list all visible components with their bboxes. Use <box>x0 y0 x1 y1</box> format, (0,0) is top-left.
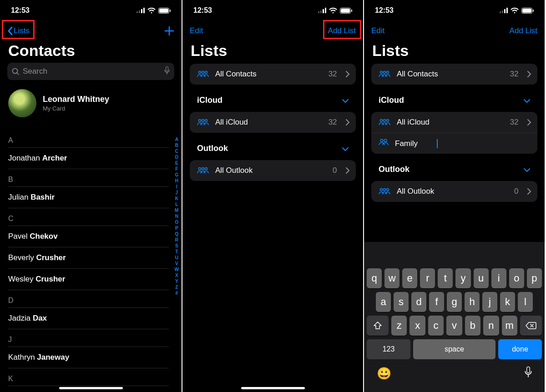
index-letter[interactable]: D <box>175 154 179 160</box>
index-letter[interactable]: R <box>175 237 179 243</box>
list-row[interactable]: All iCloud 32 <box>371 112 537 133</box>
key-k[interactable]: k <box>500 292 515 312</box>
contact-row[interactable]: Jonathan Archer <box>8 148 169 169</box>
svg-point-34 <box>387 71 389 74</box>
key-v[interactable]: v <box>446 316 462 336</box>
my-card[interactable]: Leonard Whitney My Card <box>8 89 174 117</box>
index-letter[interactable]: Q <box>175 231 179 237</box>
key-g[interactable]: g <box>447 292 462 312</box>
key-o[interactable]: o <box>509 268 524 288</box>
dictate-button[interactable] <box>525 367 532 381</box>
key-x[interactable]: x <box>410 316 425 336</box>
dictate-button[interactable] <box>164 66 170 77</box>
index-letter[interactable]: # <box>175 290 179 296</box>
key-a[interactable]: a <box>376 292 391 312</box>
add-list-button[interactable]: Add List <box>510 26 537 35</box>
index-letter[interactable]: C <box>175 148 179 154</box>
contact-row[interactable]: Kathryn Janeway <box>8 347 169 368</box>
index-letter[interactable]: X <box>175 272 179 278</box>
emoji-button[interactable]: 😀 <box>377 367 391 381</box>
group-header[interactable]: iCloud <box>379 95 530 105</box>
index-letter[interactable]: L <box>175 201 179 207</box>
contact-row[interactable]: Julian Bashir <box>8 187 169 208</box>
index-letter[interactable]: P <box>175 225 179 231</box>
index-letter[interactable]: U <box>175 255 179 261</box>
key-y[interactable]: y <box>455 268 470 288</box>
add-contact-button[interactable] <box>164 26 174 36</box>
key-backspace[interactable] <box>520 316 542 336</box>
group-header[interactable]: Outlook <box>197 144 349 153</box>
index-letter[interactable]: G <box>175 172 179 178</box>
section-index[interactable]: ABCDEFGHIJKLMNOPQRSTUVWXYZ# <box>175 136 179 296</box>
list-row[interactable]: All Outlook 0 <box>371 181 537 202</box>
key-w[interactable]: w <box>384 268 399 288</box>
key-i[interactable]: i <box>491 268 506 288</box>
list-name-input[interactable] <box>395 139 431 148</box>
suggestion-bar[interactable] <box>364 242 545 265</box>
index-letter[interactable]: B <box>175 142 179 148</box>
key-m[interactable]: m <box>502 316 517 336</box>
list-card: All Outlook 0 <box>371 181 537 202</box>
index-letter[interactable]: W <box>175 266 179 272</box>
chevron-down-icon <box>524 165 530 174</box>
index-letter[interactable]: O <box>175 219 179 225</box>
list-row-editing[interactable] <box>371 133 537 154</box>
index-letter[interactable]: V <box>175 261 179 266</box>
home-indicator[interactable] <box>59 387 123 389</box>
group-header[interactable]: iCloud <box>197 95 349 105</box>
index-letter[interactable]: S <box>175 243 179 249</box>
key-t[interactable]: t <box>438 268 453 288</box>
key-p[interactable]: p <box>527 268 542 288</box>
key-l[interactable]: l <box>518 292 533 312</box>
search-placeholder: Search <box>23 67 47 76</box>
key-f[interactable]: f <box>429 292 444 312</box>
contact-row[interactable]: Wesley Crusher <box>8 269 169 290</box>
key-c[interactable]: c <box>428 316 444 336</box>
edit-button[interactable]: Edit <box>190 26 203 35</box>
key-b[interactable]: b <box>465 316 480 336</box>
key-space[interactable]: space <box>413 339 495 359</box>
group-header[interactable]: Outlook <box>379 165 530 174</box>
group-name: iCloud <box>197 95 222 105</box>
chevron-left-icon <box>7 26 13 35</box>
key-n[interactable]: n <box>483 316 499 336</box>
key-j[interactable]: j <box>482 292 497 312</box>
index-letter[interactable]: E <box>175 160 179 166</box>
index-letter[interactable]: J <box>175 190 179 196</box>
list-row[interactable]: All iCloud 32 <box>190 112 356 133</box>
back-button[interactable]: Lists <box>7 26 30 35</box>
index-letter[interactable]: N <box>175 213 179 219</box>
key-d[interactable]: d <box>411 292 426 312</box>
key-s[interactable]: s <box>394 292 409 312</box>
list-row-all-contacts[interactable]: All Contacts 32 <box>190 64 356 85</box>
list-row[interactable]: All Outlook 0 <box>190 160 356 181</box>
index-letter[interactable]: H <box>175 178 179 184</box>
index-letter[interactable]: T <box>175 249 179 255</box>
home-indicator[interactable] <box>241 387 305 389</box>
key-e[interactable]: e <box>402 268 417 288</box>
contact-row[interactable]: Pavel Chekov <box>8 226 169 247</box>
edit-button[interactable]: Edit <box>371 26 384 35</box>
index-letter[interactable]: F <box>175 166 179 172</box>
index-letter[interactable]: A <box>175 136 179 142</box>
key-123[interactable]: 123 <box>367 339 410 359</box>
key-r[interactable]: r <box>420 268 435 288</box>
add-list-button[interactable]: Add List <box>328 26 356 35</box>
key-shift[interactable] <box>367 316 389 336</box>
contact-row[interactable]: Jadzia Dax <box>8 308 169 329</box>
contacts-list[interactable]: AJonathan ArcherBJulian BashirCPavel Che… <box>8 130 169 392</box>
index-letter[interactable]: I <box>175 184 179 190</box>
index-letter[interactable]: Y <box>175 278 179 284</box>
key-z[interactable]: z <box>391 316 407 336</box>
contact-row[interactable]: Beverly Crusher <box>8 247 169 269</box>
key-h[interactable]: h <box>465 292 480 312</box>
index-letter[interactable]: M <box>175 207 179 213</box>
key-done[interactable]: done <box>498 339 542 359</box>
search-input[interactable]: Search <box>7 63 174 80</box>
key-q[interactable]: q <box>367 268 382 288</box>
svg-rect-9 <box>318 11 319 13</box>
index-letter[interactable]: K <box>175 196 179 201</box>
index-letter[interactable]: Z <box>175 284 179 290</box>
key-u[interactable]: u <box>474 268 489 288</box>
list-row-all-contacts[interactable]: All Contacts 32 <box>371 64 537 85</box>
